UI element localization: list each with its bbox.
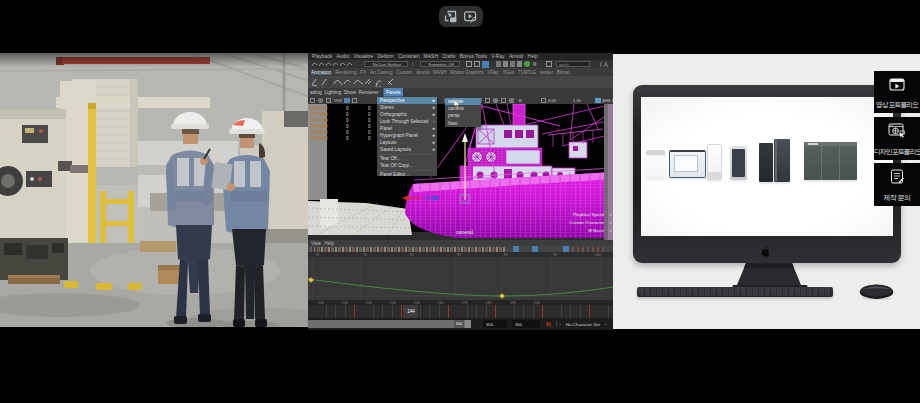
svg-text:2956093: 2956093 <box>310 136 328 141</box>
svg-text:0: 0 <box>346 130 349 135</box>
svg-text:1964599: 1964599 <box>310 118 328 123</box>
svg-text:0: 0 <box>346 124 349 129</box>
svg-text:0: 0 <box>346 118 349 123</box>
svg-text:M Boost: M Boost <box>588 228 605 233</box>
svg-text:0: 0 <box>368 130 371 135</box>
svg-text:0: 0 <box>368 118 371 123</box>
svg-text:0: 0 <box>346 136 349 141</box>
svg-text:75: 75 <box>363 253 367 257</box>
svg-text:85: 85 <box>457 253 461 257</box>
svg-text:w: w <box>609 220 612 225</box>
svg-text:0: 0 <box>368 136 371 141</box>
svg-text:0: 0 <box>368 112 371 117</box>
svg-text:80: 80 <box>410 253 414 257</box>
svg-text:2693099: 2693099 <box>310 124 328 129</box>
svg-text:0: 0 <box>346 112 349 117</box>
svg-text:Custom Character: Custom Character <box>569 220 604 225</box>
svg-text:w: w <box>609 212 612 217</box>
svg-text:0: 0 <box>368 124 371 129</box>
svg-text:Playblast Speed: Playblast Speed <box>573 212 605 217</box>
svg-text:3000000: 3000000 <box>310 130 328 135</box>
svg-text:0: 0 <box>346 106 349 111</box>
svg-text:1987730: 1987730 <box>310 106 328 111</box>
svg-text:w: w <box>609 228 612 233</box>
svg-text:0756003: 0756003 <box>310 112 328 117</box>
svg-text:camera1: camera1 <box>456 230 474 235</box>
svg-text:95: 95 <box>553 253 557 257</box>
svg-text:0: 0 <box>368 106 371 111</box>
svg-text:90: 90 <box>504 253 508 257</box>
svg-text:70: 70 <box>315 253 319 257</box>
svg-text:100: 100 <box>595 253 601 257</box>
